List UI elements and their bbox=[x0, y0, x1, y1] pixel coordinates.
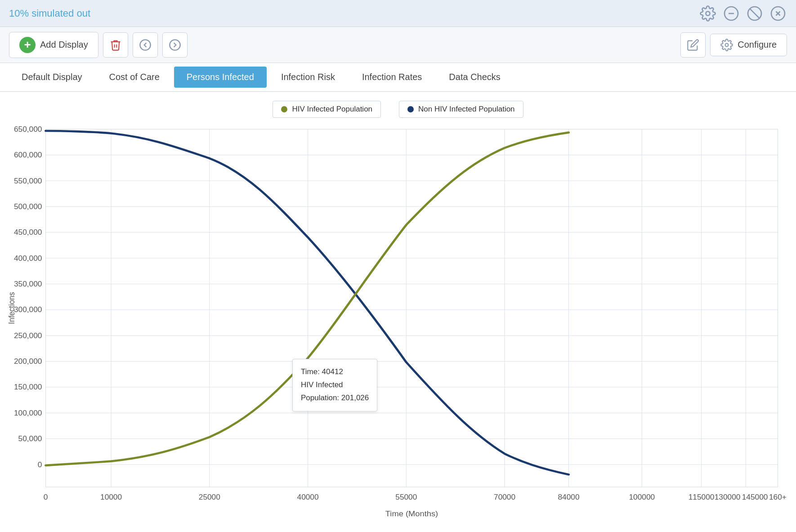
svg-text:84000: 84000 bbox=[558, 493, 579, 501]
chart-area: HIV Infected Population Non HIV Infected… bbox=[0, 92, 796, 532]
svg-text:100000: 100000 bbox=[629, 493, 655, 501]
edit-button[interactable] bbox=[680, 32, 706, 58]
nonhiv-legend-dot bbox=[407, 106, 414, 112]
prev-button[interactable] bbox=[133, 32, 158, 58]
delete-button[interactable] bbox=[103, 32, 128, 58]
svg-text:55000: 55000 bbox=[395, 493, 417, 501]
toolbar-right: Configure bbox=[680, 32, 787, 58]
svg-line-4 bbox=[750, 9, 759, 18]
x-circle-icon[interactable] bbox=[769, 4, 787, 22]
svg-text:130000: 130000 bbox=[715, 493, 741, 501]
line-chart: 650,000 600,000 550,000 500,000 450,000 … bbox=[4, 125, 792, 520]
svg-text:150,000: 150,000 bbox=[14, 383, 42, 391]
svg-rect-11 bbox=[46, 129, 778, 487]
svg-text:25000: 25000 bbox=[199, 493, 220, 501]
toolbar: + Add Display bbox=[0, 27, 796, 63]
svg-text:Time (Months): Time (Months) bbox=[385, 510, 438, 518]
ban-icon[interactable] bbox=[746, 4, 764, 22]
svg-point-0 bbox=[706, 11, 710, 15]
svg-text:0: 0 bbox=[44, 493, 48, 501]
chart-legend: HIV Infected Population Non HIV Infected… bbox=[4, 101, 792, 118]
svg-text:100,000: 100,000 bbox=[14, 409, 42, 417]
gear-icon[interactable] bbox=[699, 4, 717, 22]
svg-text:250,000: 250,000 bbox=[14, 331, 42, 340]
toolbar-left: + Add Display bbox=[9, 32, 188, 58]
add-display-label: Add Display bbox=[40, 40, 88, 50]
hiv-legend-dot bbox=[281, 106, 287, 112]
svg-text:500,000: 500,000 bbox=[14, 203, 42, 211]
tab-infection-risk[interactable]: Infection Risk bbox=[268, 67, 348, 88]
tab-data-checks[interactable]: Data Checks bbox=[436, 67, 513, 88]
configure-label: Configure bbox=[738, 40, 777, 50]
svg-text:650,000: 650,000 bbox=[14, 125, 42, 134]
svg-text:300,000: 300,000 bbox=[14, 306, 42, 314]
status-icon-group bbox=[699, 4, 787, 22]
svg-text:50,000: 50,000 bbox=[18, 435, 42, 443]
status-bar: 10% simulated out bbox=[0, 0, 796, 27]
nonhiv-legend-label: Non HIV Infected Population bbox=[418, 105, 515, 114]
configure-button[interactable]: Configure bbox=[710, 34, 787, 56]
svg-text:0: 0 bbox=[38, 460, 42, 469]
svg-point-8 bbox=[140, 40, 150, 50]
hiv-legend-label: HIV Infected Population bbox=[292, 105, 372, 114]
svg-text:10000: 10000 bbox=[100, 493, 122, 501]
svg-point-9 bbox=[170, 40, 180, 50]
tab-default-display[interactable]: Default Display bbox=[9, 67, 95, 88]
svg-text:145000: 145000 bbox=[742, 493, 768, 501]
svg-text:40000: 40000 bbox=[297, 493, 319, 501]
svg-text:600,000: 600,000 bbox=[14, 151, 42, 159]
svg-text:550,000: 550,000 bbox=[14, 177, 42, 185]
svg-text:Infections: Infections bbox=[7, 292, 17, 324]
add-display-button[interactable]: + Add Display bbox=[9, 32, 98, 58]
svg-text:350,000: 350,000 bbox=[14, 280, 42, 288]
next-button[interactable] bbox=[162, 32, 188, 58]
svg-text:450,000: 450,000 bbox=[14, 228, 42, 237]
tab-bar: Default Display Cost of Care Persons Inf… bbox=[0, 63, 796, 92]
svg-text:115000: 115000 bbox=[689, 493, 715, 501]
legend-hiv: HIV Infected Population bbox=[273, 101, 381, 118]
svg-text:400,000: 400,000 bbox=[14, 254, 42, 262]
tab-cost-of-care[interactable]: Cost of Care bbox=[97, 67, 172, 88]
svg-text:70000: 70000 bbox=[494, 493, 515, 501]
svg-text:200,000: 200,000 bbox=[14, 358, 42, 366]
svg-point-10 bbox=[725, 43, 729, 46]
chart-container[interactable]: 650,000 600,000 550,000 500,000 450,000 … bbox=[4, 125, 792, 520]
tab-infection-rates[interactable]: Infection Rates bbox=[349, 67, 434, 88]
legend-nonhiv: Non HIV Infected Population bbox=[399, 101, 523, 118]
minus-circle-icon[interactable] bbox=[722, 4, 740, 22]
svg-text:160+: 160+ bbox=[769, 493, 787, 501]
simulation-status: 10% simulated out bbox=[9, 8, 90, 19]
plus-icon: + bbox=[19, 37, 36, 53]
tab-persons-infected[interactable]: Persons Infected bbox=[174, 67, 267, 88]
